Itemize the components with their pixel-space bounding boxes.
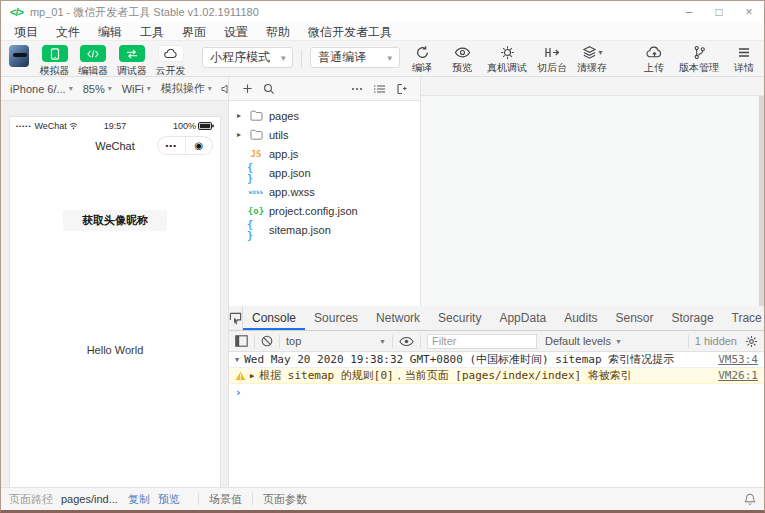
gear-icon[interactable] <box>745 335 758 348</box>
scene-value-label[interactable]: 场景值 <box>209 492 242 507</box>
file-name: pages <box>269 110 299 122</box>
menu-view[interactable]: 界面 <box>173 23 215 41</box>
battery-icon <box>198 122 214 130</box>
more-icon[interactable]: ••• <box>158 137 186 154</box>
tree-item-utils[interactable]: ▸ utils <box>229 125 420 144</box>
more-icon[interactable] <box>351 87 363 91</box>
branch-icon <box>693 45 706 60</box>
tree-item-app-json[interactable]: { } app.json <box>229 163 420 182</box>
editor-label: 编辑器 <box>78 64 108 78</box>
editor-scrollbar[interactable] <box>759 96 764 306</box>
editor-toggle-button[interactable]: 编辑器 <box>74 45 113 78</box>
tab-console[interactable]: Console <box>243 306 305 330</box>
context-select[interactable]: top ▼ <box>286 335 386 347</box>
version-control-button[interactable]: 版本管理 <box>679 45 719 75</box>
toolbar-actions: 编译 预览 真机调试 切后台 <box>402 41 764 75</box>
tab-sensor[interactable]: Sensor <box>607 306 663 330</box>
file-name: app.js <box>269 148 298 160</box>
tree-item-project-config[interactable]: {o} project.config.json <box>229 201 420 220</box>
chevron-right-icon[interactable]: ▸ <box>237 111 247 120</box>
console-message-log[interactable]: ▼ Wed May 20 2020 19:38:32 GMT+0800 (中国标… <box>229 352 764 368</box>
preview-button[interactable]: 预览 <box>447 45 477 75</box>
maximize-button[interactable]: □ <box>704 1 734 23</box>
page-params-label[interactable]: 页面参数 <box>263 492 307 507</box>
menu-edit[interactable]: 编辑 <box>89 23 131 41</box>
tree-item-app-js[interactable]: JS app.js <box>229 144 420 163</box>
add-file-icon[interactable] <box>242 83 253 94</box>
tab-storage[interactable]: Storage <box>663 306 723 330</box>
collapse-all-icon[interactable] <box>396 83 407 95</box>
menu-wechat-devtools[interactable]: 微信开发者工具 <box>299 23 401 41</box>
tree-item-sitemap-json[interactable]: { } sitemap.json <box>229 220 420 239</box>
clear-console-icon[interactable] <box>261 335 273 347</box>
compile-mode-select[interactable]: 普通编译 ▾ <box>310 47 400 68</box>
get-avatar-button[interactable]: 获取头像昵称 <box>63 210 167 231</box>
avatar[interactable] <box>9 45 29 67</box>
source-link[interactable]: VM53:4 <box>710 353 758 366</box>
tab-audits[interactable]: Audits <box>555 306 606 330</box>
menu-tools[interactable]: 工具 <box>131 23 173 41</box>
minimize-button[interactable]: – <box>674 1 704 23</box>
battery-indicator: 100% <box>173 121 214 131</box>
console-message-warning[interactable]: ▶ 根据 sitemap 的规则[0]，当前页面 [pages/index/in… <box>229 368 764 384</box>
main-toolbar: 模拟器 编辑器 调试器 云开发 小程序模式 ▾ 普通编译 ▾ <box>1 41 764 77</box>
outline-icon[interactable] <box>373 84 386 94</box>
chevron-down-icon: ▾ <box>281 53 286 63</box>
tab-sources[interactable]: Sources <box>305 306 367 330</box>
capsule-home-icon[interactable]: ◉ <box>186 137 213 154</box>
phone-screen: ••••• WeChat 19:57 100% WeChat ••• ◉ 获取头… <box>9 116 221 488</box>
filter-input[interactable] <box>427 334 537 349</box>
tab-appdata[interactable]: AppData <box>490 306 555 330</box>
simulate-operations-value: 模拟操作 <box>161 81 205 96</box>
cloud-dev-button[interactable]: 云开发 <box>151 45 190 78</box>
source-link[interactable]: VM26:1 <box>710 369 758 382</box>
toolbar-divider <box>301 50 302 68</box>
file-name: sitemap.json <box>269 224 331 236</box>
code-icon <box>80 45 106 62</box>
device-select[interactable]: iPhone 6/... ▾ <box>10 83 73 95</box>
tab-security[interactable]: Security <box>429 306 490 330</box>
menu-project[interactable]: 项目 <box>5 23 47 41</box>
simulate-operations-select[interactable]: 模拟操作 ▾ <box>161 81 212 96</box>
menu-settings[interactable]: 设置 <box>215 23 257 41</box>
layers-icon: ▾ <box>582 45 603 60</box>
tree-item-pages[interactable]: ▸ pages <box>229 106 420 125</box>
log-levels-select[interactable]: Default levels ▼ <box>545 335 622 347</box>
menu-file[interactable]: 文件 <box>47 23 89 41</box>
compile-button[interactable]: 编译 <box>407 45 437 75</box>
debugger-toggle-button[interactable]: 调试器 <box>113 45 152 78</box>
device-debug-button[interactable]: 真机调试 <box>487 45 527 75</box>
json-badge: { } <box>247 219 265 241</box>
chevron-right-icon[interactable]: ▸ <box>237 130 247 139</box>
simulator-toggle-button[interactable]: 模拟器 <box>35 45 74 78</box>
sidebar-toggle-icon[interactable] <box>235 335 248 347</box>
status-bar: 页面路径 pages/ind... 复制 预览 场景值 页面参数 <box>1 487 764 510</box>
inspect-element-icon[interactable] <box>229 306 243 330</box>
background-button[interactable]: 切后台 <box>537 45 567 75</box>
network-select[interactable]: WiFi ▾ <box>122 83 151 95</box>
mode-select[interactable]: 小程序模式 ▾ <box>202 47 294 68</box>
chevron-down-icon: ▼ <box>379 338 386 345</box>
zoom-select[interactable]: 85% ▾ <box>83 83 112 95</box>
title-bar: </> mp_01 - 微信开发者工具 Stable v1.02.1911180… <box>1 1 764 23</box>
toolbar-separator <box>254 335 255 348</box>
js-file-icon: JS <box>247 149 265 159</box>
notification-bell-icon[interactable] <box>744 493 756 506</box>
copy-link[interactable]: 复制 <box>128 492 150 507</box>
upload-button[interactable]: 上传 <box>639 45 669 75</box>
triangle-right-icon[interactable]: ▶ <box>250 372 254 380</box>
close-button[interactable]: × <box>734 1 764 23</box>
eye-icon[interactable] <box>399 336 414 347</box>
toolbar-separator <box>392 335 393 348</box>
search-icon[interactable] <box>263 83 275 95</box>
tab-network[interactable]: Network <box>367 306 429 330</box>
menu-help[interactable]: 帮助 <box>257 23 299 41</box>
preview-link[interactable]: 预览 <box>158 492 180 507</box>
tree-item-app-wxss[interactable]: wxss app.wxss <box>229 182 420 201</box>
triangle-down-icon[interactable]: ▼ <box>235 356 239 364</box>
clear-cache-button[interactable]: ▾ 清缓存 <box>577 45 607 75</box>
console-prompt-row[interactable]: › <box>229 384 764 400</box>
tab-trace[interactable]: Trace <box>723 306 765 330</box>
prompt-chevron-icon: › <box>235 386 242 399</box>
details-button[interactable]: 详情 <box>729 45 759 75</box>
